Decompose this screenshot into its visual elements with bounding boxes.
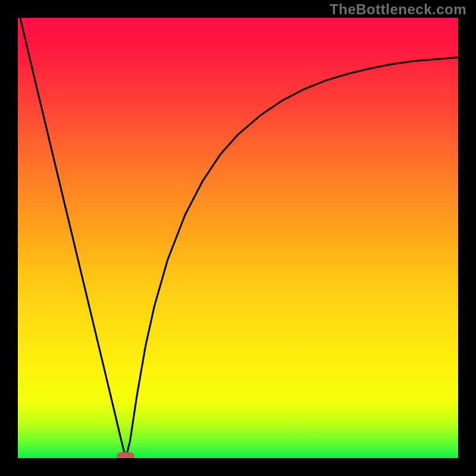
curve-layer: [18, 18, 458, 458]
plot-area: [18, 18, 458, 458]
chart-frame: TheBottleneck.com: [0, 0, 476, 476]
watermark-text: TheBottleneck.com: [330, 1, 466, 18]
optimal-marker: [117, 452, 134, 458]
bottleneck-curve: [20, 18, 458, 458]
